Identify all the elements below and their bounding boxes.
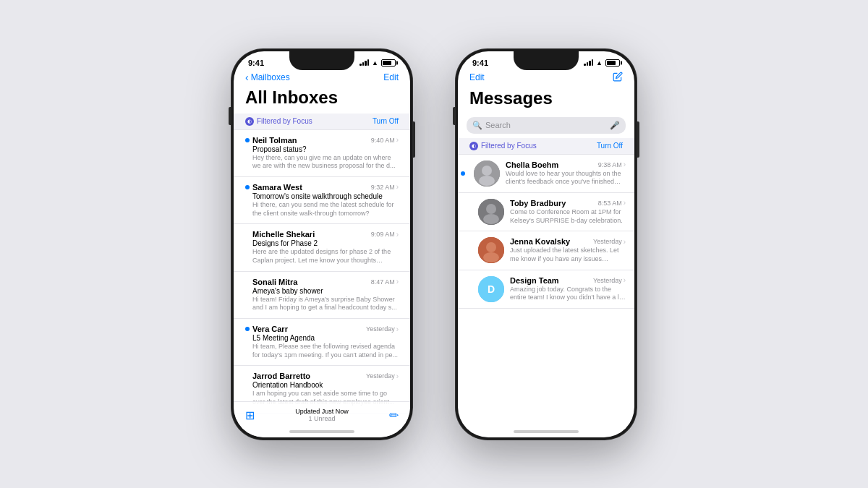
- updated-label: Updated Just Now: [255, 408, 389, 415]
- chevron-right-icon: ›: [396, 325, 399, 333]
- mail-sender: Samara West: [245, 183, 302, 192]
- filter-label: ◐ Filtered by Focus: [245, 117, 312, 126]
- msg-time: Yesterday ›: [593, 238, 626, 246]
- nav-bar: ‹ Mailboxes Edit: [234, 70, 410, 87]
- chevron-right-icon: ›: [396, 183, 399, 191]
- chevron-right-icon: ›: [624, 238, 626, 246]
- svg-text:D: D: [488, 283, 495, 295]
- svg-point-1: [482, 166, 492, 176]
- mail-preview: Hi team, Please see the following revise…: [245, 343, 399, 359]
- page-title: Messages: [458, 88, 634, 114]
- status-icons: ▲: [359, 59, 396, 67]
- message-item-1[interactable]: Chella Boehm 9:38 AM › Would love to hea…: [458, 155, 634, 193]
- mail-item-3[interactable]: Michelle Shekari 9:09 AM › Designs for P…: [234, 224, 410, 271]
- edit-button[interactable]: Edit: [383, 72, 399, 82]
- chevron-right-icon: ›: [396, 231, 399, 239]
- chevron-right-icon: ›: [624, 276, 626, 284]
- mail-preview: Hi there, can you send me the latest sch…: [245, 201, 399, 218]
- msg-sender: Chella Boehm: [506, 160, 558, 169]
- mail-sender: Michelle Shekari: [245, 230, 315, 239]
- svg-point-2: [479, 176, 495, 186]
- signal-icon: [359, 59, 369, 66]
- status-time: 9:41: [472, 59, 488, 67]
- home-indicator: [289, 430, 354, 433]
- unread-count: 1 Unread: [255, 415, 389, 422]
- filter-toolbar-icon[interactable]: ⊞: [245, 408, 255, 422]
- message-item-4[interactable]: D Design Team Yesterday › Amazing job to…: [458, 270, 634, 309]
- unread-dot: [245, 138, 250, 142]
- back-button[interactable]: ‹ Mailboxes: [245, 72, 290, 83]
- svg-point-7: [486, 242, 496, 252]
- search-placeholder: Search: [485, 121, 607, 129]
- chevron-right-icon: ›: [624, 160, 626, 168]
- mail-subject: L5 Meeting Agenda: [245, 334, 399, 342]
- battery-icon: [605, 59, 620, 67]
- mail-preview: Hey there, can you give me an update on …: [245, 154, 399, 171]
- mail-time: 8:47 AM ›: [371, 278, 399, 286]
- mail-list: Neil Tolman 9:40 AM › Proposal status? H…: [234, 130, 410, 437]
- unread-dot: [245, 185, 250, 189]
- edit-button[interactable]: Edit: [469, 72, 485, 82]
- message-content: Design Team Yesterday › Amazing job toda…: [510, 276, 626, 302]
- mail-item-4[interactable]: Sonali Mitra 8:47 AM › Ameya's baby show…: [234, 272, 410, 319]
- mail-time: Yesterday ›: [366, 372, 399, 380]
- phone-mail: 9:41 ▲ ‹ Mailboxes Edit: [231, 49, 412, 440]
- chevron-right-icon: ›: [396, 278, 399, 286]
- messages-list: Chella Boehm 9:38 AM › Would love to hea…: [458, 155, 634, 437]
- svg-point-8: [483, 252, 499, 262]
- turn-off-button[interactable]: Turn Off: [597, 142, 623, 150]
- filter-bar: ◐ Filtered by Focus Turn Off: [234, 114, 410, 130]
- filter-label: ◐ Filtered by Focus: [469, 142, 537, 150]
- focus-icon: ◐: [469, 142, 478, 150]
- mail-item-2[interactable]: Samara West 9:32 AM › Tomorrow's onsite …: [234, 177, 410, 224]
- message-item-2[interactable]: Toby Bradbury 8:53 AM › Come to Conferen…: [458, 193, 634, 231]
- mail-subject: Proposal status?: [245, 145, 399, 153]
- avatar-2: [478, 199, 504, 225]
- mail-time: 9:32 AM ›: [371, 183, 399, 191]
- mail-subject: Designs for Phase 2: [245, 239, 399, 247]
- filter-bar: ◐ Filtered by Focus Turn Off: [458, 138, 634, 155]
- svg-point-4: [486, 204, 496, 214]
- phone-messages: 9:41 ▲ Edit: [456, 49, 637, 440]
- wifi-icon: ▲: [372, 59, 378, 67]
- turn-off-button[interactable]: Turn Off: [373, 117, 399, 125]
- mail-subject: Orientation Handbook: [245, 381, 399, 389]
- mail-sender: Neil Tolman: [245, 136, 297, 145]
- mail-preview: Here are the updated designs for phase 2…: [245, 248, 399, 265]
- msg-time: Yesterday ›: [593, 276, 626, 284]
- avatar-4: D: [478, 276, 504, 302]
- compose-icon[interactable]: [613, 72, 623, 84]
- msg-sender: Jenna Kovalsky: [510, 237, 570, 246]
- mail-item-5[interactable]: Vera Carr Yesterday › L5 Meeting Agenda …: [234, 319, 410, 366]
- mail-sender: Sonali Mitra: [245, 278, 297, 286]
- status-icons: ▲: [584, 59, 620, 67]
- back-label: Mailboxes: [251, 72, 290, 82]
- msg-preview: Amazing job today. Congrats to the entir…: [510, 286, 626, 302]
- nav-bar: Edit: [458, 70, 634, 88]
- mail-sender: Vera Carr: [245, 325, 288, 333]
- mic-icon[interactable]: 🎤: [610, 121, 620, 130]
- message-item-3[interactable]: Jenna Kovalsky Yesterday › Just uploaded…: [458, 231, 634, 270]
- notch: [289, 51, 354, 70]
- compose-icon[interactable]: ✏: [389, 408, 399, 422]
- mail-time: 9:09 AM ›: [371, 231, 399, 239]
- home-indicator: [514, 430, 579, 433]
- msg-preview: Just uploaded the latest sketches. Let m…: [510, 247, 626, 263]
- msg-time: 8:53 AM ›: [598, 199, 626, 207]
- chevron-left-icon: ‹: [245, 72, 249, 83]
- signal-icon: [584, 59, 593, 66]
- mail-item-1[interactable]: Neil Tolman 9:40 AM › Proposal status? H…: [234, 130, 410, 177]
- message-content: Toby Bradbury 8:53 AM › Come to Conferen…: [510, 199, 626, 225]
- chevron-right-icon: ›: [396, 136, 399, 144]
- search-bar[interactable]: 🔍 Search 🎤: [467, 117, 626, 134]
- wifi-icon: ▲: [596, 59, 603, 67]
- mail-subject: Tomorrow's onsite walkthrough schedule: [245, 192, 399, 200]
- focus-icon: ◐: [245, 117, 254, 126]
- msg-sender: Design Team: [510, 276, 559, 285]
- unread-dot: [245, 327, 250, 331]
- chevron-right-icon: ›: [624, 199, 626, 207]
- page-title: All Inboxes: [234, 87, 410, 114]
- avatar-1: [474, 160, 500, 187]
- message-content: Jenna Kovalsky Yesterday › Just uploaded…: [510, 237, 626, 263]
- search-icon: 🔍: [472, 121, 482, 130]
